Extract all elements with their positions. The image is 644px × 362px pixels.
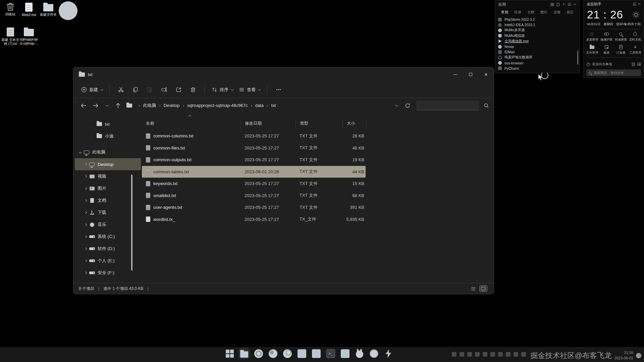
taskbar-app-button[interactable] (298, 349, 306, 358)
file-row[interactable]: keywords.txt 2023-05-25 17:27 TXT 文件 15 … (142, 178, 366, 190)
tray-icon[interactable] (490, 352, 495, 357)
menu-icon[interactable] (568, 3, 571, 6)
maximize-button[interactable] (463, 67, 478, 81)
sun-icon[interactable] (632, 11, 640, 18)
taskbar-clock[interactable]: 21:26 2023-06-01 (614, 350, 633, 361)
recent-locations-button[interactable] (101, 101, 112, 111)
desktop-icon-new-folder[interactable]: 新建文件夹 (39, 3, 58, 17)
app-panel-tab[interactable]: 其它 (564, 9, 577, 15)
app-list-item[interactable]: oss-browser (498, 60, 575, 66)
taskbar-app-button[interactable] (384, 349, 393, 358)
nav-chevron-icon[interactable] (83, 224, 88, 226)
assistant-shortcut[interactable]: 截屏 (599, 45, 614, 55)
app-panel-tab[interactable]: 压缩 (550, 9, 564, 15)
tray-icon[interactable] (475, 352, 480, 357)
breadcrumb-item[interactable]: › 此电脑 (136, 103, 156, 109)
close-button[interactable]: ✕ (478, 67, 494, 81)
tray-icon[interactable] (521, 352, 526, 357)
assistant-shortcut[interactable]: 健康护眼 (599, 32, 614, 42)
column-header-date[interactable]: 修改日期 (240, 119, 296, 129)
tray-icon[interactable] (498, 352, 503, 357)
copy-button[interactable] (128, 84, 143, 95)
tray-icon[interactable] (467, 352, 472, 357)
nav-item[interactable]: 此电脑 (75, 146, 141, 158)
search-icon[interactable] (484, 103, 489, 108)
desktop-icon-sqlmap-folder[interactable]: sqlmapproject-sqlmap-... (19, 27, 39, 45)
file-row[interactable]: common-tables.txt 2023-06-01 20:26 TXT 文… (142, 166, 366, 178)
nav-scrollbar[interactable] (131, 175, 132, 270)
desktop-icon-recycle-bin[interactable]: 回收站 (1, 2, 20, 16)
weather-icon[interactable] (636, 353, 641, 358)
app-panel-tab[interactable]: 目录 (511, 9, 524, 15)
nav-chevron-icon[interactable] (83, 236, 88, 238)
desktop-icon-web3-md[interactable]: Web3.md (19, 3, 39, 17)
taskbar-app-button[interactable] (341, 349, 350, 358)
taskbar-app-button[interactable] (355, 349, 364, 358)
explorer-search-input[interactable] (417, 101, 479, 110)
desktop-icon-new-text-doc[interactable]: 新建 文本文档 (7).txt (1, 27, 20, 46)
app-list-item[interactable]: IDMan (498, 49, 575, 55)
nav-chevron-icon[interactable] (83, 212, 88, 214)
nav-item[interactable]: txt (75, 118, 141, 130)
desktop-icon-circle-app[interactable] (58, 1, 78, 20)
taskbar-app-button[interactable] (254, 349, 263, 358)
apps-grid-icon[interactable] (638, 63, 641, 66)
column-header-type[interactable]: 类型 (296, 119, 342, 129)
grid-view-icon[interactable] (551, 3, 554, 6)
tray-icon[interactable] (514, 352, 518, 357)
nav-chevron-icon[interactable] (83, 248, 88, 250)
taskbar-app-button[interactable] (240, 349, 249, 358)
nav-chevron-icon[interactable] (83, 260, 88, 262)
thumbnail-view-button[interactable] (480, 286, 487, 292)
explorer-search-box[interactable] (417, 101, 479, 110)
taskbar-app-button[interactable] (225, 349, 234, 358)
nav-chevron-icon[interactable] (83, 187, 88, 189)
nav-chevron-icon[interactable] (83, 199, 88, 201)
app-list-item[interactable]: MuMu多开器 (498, 27, 575, 33)
collapse-icon[interactable] (573, 3, 576, 6)
refresh-button[interactable] (402, 101, 413, 111)
tray-icon[interactable] (483, 352, 487, 357)
app-list-item[interactable]: Nmap (498, 44, 575, 49)
assistant-search-box[interactable] (586, 69, 641, 76)
breadcrumb-item[interactable]: › data (248, 103, 264, 108)
menu-icon[interactable] (633, 3, 636, 5)
app-list-item[interactable]: IntelliJ IDEA 2023.1 (498, 22, 575, 27)
app-panel-tab[interactable]: 常用 (498, 9, 511, 15)
assistant-shortcut[interactable]: 计算器 (614, 45, 628, 55)
app-list-item[interactable]: PyCharm (498, 66, 575, 71)
app-list-scrollbar[interactable] (577, 51, 578, 65)
app-list-item[interactable]: 纯真IP地址数据库 (498, 55, 575, 60)
title-bar[interactable]: txt ✕ (73, 67, 494, 81)
file-row[interactable]: smalldict.txt 2023-05-25 17:27 TXT 文件 68… (142, 190, 366, 202)
tray-icon[interactable] (460, 352, 464, 357)
new-button[interactable]: 新建 (78, 84, 105, 95)
assistant-search-input[interactable] (594, 71, 639, 75)
forward-button[interactable] (90, 101, 101, 111)
taskbar-app-button[interactable] (269, 349, 277, 358)
assistant-shortcut[interactable]: 桌面整理 (585, 32, 599, 42)
nav-chevron-icon[interactable] (83, 175, 88, 177)
app-list-item[interactable]: PhpStorm 2022.3.2 (498, 17, 575, 22)
column-header-name[interactable]: 名称 (142, 119, 240, 129)
more-button[interactable] (271, 84, 286, 95)
notes-icon[interactable] (632, 63, 635, 66)
sort-button[interactable]: 排序 (209, 84, 236, 95)
assistant-shortcut[interactable]: 快速搜索 (614, 32, 628, 42)
delete-button[interactable] (186, 84, 200, 95)
app-list-item[interactable]: 全局播放器.exe (498, 39, 575, 44)
share-button[interactable] (171, 84, 186, 95)
taskbar-app-button[interactable] (326, 349, 335, 358)
nav-item[interactable]: Desktop (75, 158, 141, 170)
address-dropdown-button[interactable] (390, 101, 402, 111)
add-icon[interactable]: + (562, 3, 565, 6)
rename-button[interactable] (157, 84, 171, 95)
view-button[interactable]: 查看 (236, 84, 263, 95)
back-button[interactable] (78, 101, 90, 111)
minimize-button[interactable] (447, 67, 463, 81)
file-row[interactable]: common-files.txt 2023-05-25 17:27 TXT 文件… (142, 142, 366, 154)
app-panel-tab[interactable]: 文档 (524, 9, 537, 15)
collapse-icon[interactable] (638, 3, 640, 6)
nav-chevron-icon[interactable] (77, 151, 83, 153)
details-view-button[interactable] (470, 286, 477, 292)
